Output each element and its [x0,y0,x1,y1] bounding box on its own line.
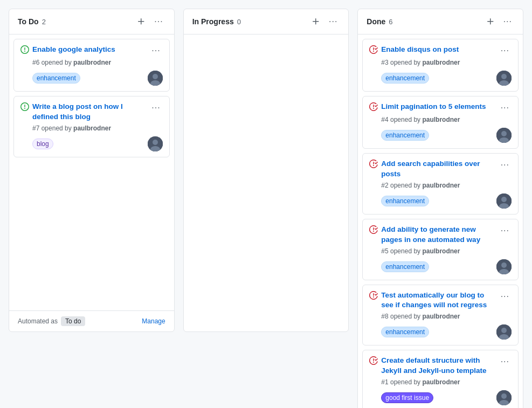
card-title[interactable]: Limit pagination to 5 elements [381,102,486,112]
card-footer: enhancement [381,71,512,86]
card-title[interactable]: Write a blog post on how I defined this … [32,102,147,122]
card: Add search capabilities over posts ··· #… [362,153,519,215]
card-menu-button[interactable]: ··· [149,102,162,114]
avatar [496,390,512,405]
card-labels: enhancement [381,196,429,206]
column-title: In Progress [192,17,234,26]
column-header: Done 6 ··· [358,9,523,34]
card-menu-button[interactable]: ··· [499,45,512,57]
card: Limit pagination to 5 elements ··· #4 op… [362,96,519,149]
card-footer: enhancement [381,324,512,340]
card-label: enhancement [381,261,429,272]
card-footer: enhancement [381,128,512,143]
column-inprogress: In Progress 0 ··· [183,9,349,332]
card-header: Enable google analytics ··· [20,45,163,57]
card: Add ability to generate new pages in one… [362,219,519,280]
column-count: 2 [42,18,46,26]
card-footer: blog [32,136,163,151]
project-board: To Do 2 ··· Enable google analytics ··· [9,9,523,408]
column-count: 6 [389,18,392,26]
closed-issue-icon [369,356,378,365]
svg-point-16 [501,262,507,268]
card-label: enhancement [381,73,429,84]
card-header: Enable disqus on post ··· [369,45,512,57]
closed-issue-icon [369,225,378,234]
column-body: Enable disqus on post ··· #3 opened by p… [358,34,523,408]
column-menu-button[interactable]: ··· [501,16,514,27]
card-meta: #3 opened by paulbrodner [381,59,512,66]
column-title-area: Done 6 [367,17,392,26]
card-header: Test automatically our blog to see if ch… [369,291,512,311]
avatar [496,259,512,274]
card-labels: blog [32,139,53,149]
card-header: Limit pagination to 5 elements ··· [369,102,512,114]
card-header: Add ability to generate new pages in one… [369,225,512,245]
card: Create default structure with Jekyll and… [362,350,519,408]
column-count: 0 [237,18,241,26]
card-label: enhancement [381,327,429,337]
automated-text: Automated as [18,317,58,325]
card-title[interactable]: Test automatically our blog to see if ch… [381,291,496,311]
card-footer: enhancement [381,259,512,274]
card-title[interactable]: Add ability to generate new pages in one… [381,225,496,245]
card-meta: #6 opened by paulbrodner [32,59,163,66]
card-header: Create default structure with Jekyll and… [369,356,512,376]
card-label: enhancement [381,196,429,206]
card-menu-button[interactable]: ··· [499,291,512,302]
card-title[interactable]: Enable google analytics [32,45,115,55]
card: Write a blog post on how I defined this … [13,96,170,157]
column-header: To Do 2 ··· [9,9,174,34]
card-label: blog [32,139,53,149]
column-header: In Progress 0 ··· [184,9,349,34]
card: Enable google analytics ··· #6 opened by… [13,39,170,92]
card-menu-button[interactable]: ··· [499,159,512,171]
card-labels: good first issue [381,392,433,403]
add-card-button[interactable] [484,16,497,27]
card-label: enhancement [381,130,429,141]
card-meta: #4 opened by paulbrodner [381,116,512,123]
avatar [496,193,512,209]
column-todo: To Do 2 ··· Enable google analytics ··· [9,9,175,332]
add-card-button[interactable] [135,16,148,27]
column-menu-button[interactable]: ··· [327,16,340,27]
automated-label: Automated as To do [18,316,85,326]
card: Enable disqus on post ··· #3 opened by p… [362,39,519,92]
svg-point-13 [501,197,507,202]
card-title-row: Test automatically our blog to see if ch… [369,291,496,311]
svg-point-10 [501,131,507,136]
open-issue-icon [20,45,29,54]
manage-link[interactable]: Manage [142,317,165,325]
svg-point-19 [501,328,507,333]
column-actions: ··· [309,16,340,27]
card-title[interactable]: Create default structure with Jekyll and… [381,356,496,376]
card-footer: good first issue [381,390,512,405]
card-menu-button[interactable]: ··· [499,225,512,237]
card-labels: enhancement [381,73,429,84]
card-menu-button[interactable]: ··· [149,45,162,57]
card-menu-button[interactable]: ··· [499,356,512,368]
card-meta: #7 opened by paulbrodner [32,125,163,132]
svg-point-1 [153,74,158,79]
card-title-row: Add search capabilities over posts [369,159,496,179]
card-title-row: Enable disqus on post [369,45,496,55]
column-footer: Automated as To do Manage [9,310,174,331]
card-title[interactable]: Add search capabilities over posts [381,159,496,179]
add-card-button[interactable] [309,16,322,27]
card-footer: enhancement [381,193,512,209]
closed-issue-icon [369,291,378,300]
card: Test automatically our blog to see if ch… [362,285,519,346]
column-done: Done 6 ··· Enable disqus on post ··· [357,9,523,408]
card-label: good first issue [381,392,433,403]
column-title-area: To Do 2 [18,17,46,26]
card-header: Add search capabilities over posts ··· [369,159,512,179]
column-title: To Do [18,17,39,26]
open-issue-icon [20,102,29,111]
column-menu-button[interactable]: ··· [152,16,165,27]
closed-issue-icon [369,102,378,111]
card-menu-button[interactable]: ··· [499,102,512,114]
card-labels: enhancement [381,130,429,141]
column-body: Enable google analytics ··· #6 opened by… [9,34,174,310]
card-title[interactable]: Enable disqus on post [381,45,459,55]
avatar [496,128,512,143]
card-labels: enhancement [32,73,80,84]
